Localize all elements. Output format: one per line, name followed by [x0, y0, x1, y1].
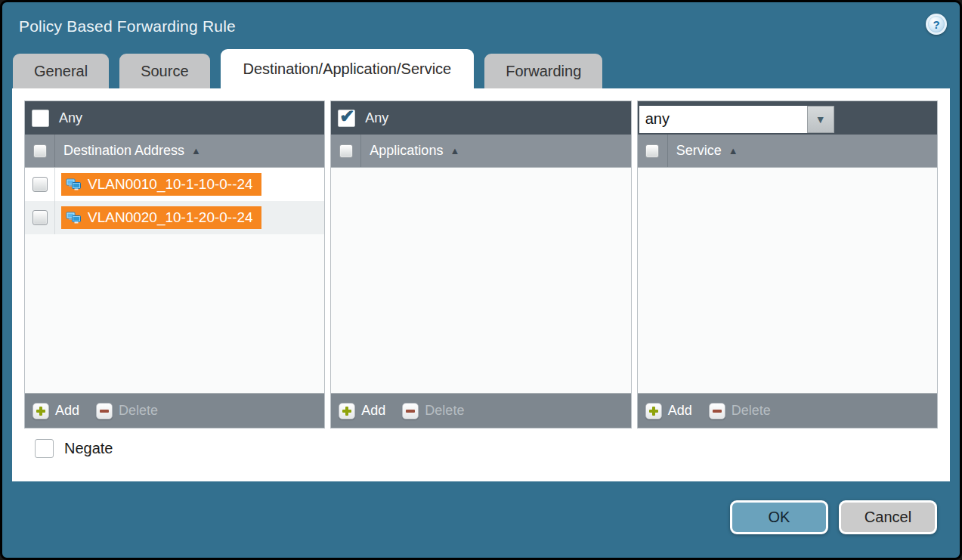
cancel-button[interactable]: Cancel	[839, 500, 937, 534]
applications-add-button[interactable]: Add	[339, 403, 385, 419]
sort-asc-icon[interactable]: ▲	[728, 145, 738, 156]
destination-row-checkbox[interactable]	[32, 177, 48, 192]
destination-toolbar: Add Delete	[25, 393, 324, 428]
service-list	[638, 168, 937, 393]
tab-content: Any Destination Address ▲	[12, 88, 950, 481]
applications-list	[331, 168, 630, 393]
sort-asc-icon[interactable]: ▲	[450, 145, 459, 156]
destination-address-label: VLAN0020_10-1-20-0--24	[88, 209, 253, 226]
service-column: ▼ Service ▲ Add	[637, 101, 938, 429]
ok-button[interactable]: OK	[730, 500, 828, 534]
service-select-all-cell	[638, 135, 668, 167]
destination-list: VLAN0010_10-1-10-0--24	[25, 168, 324, 393]
tab-destination-application-service[interactable]: Destination/Application/Service	[221, 49, 475, 88]
destination-any-bar: Any	[25, 101, 324, 135]
destination-header-label[interactable]: Destination Address	[63, 143, 184, 159]
add-icon	[645, 403, 662, 419]
help-icon[interactable]: ?	[926, 14, 947, 35]
address-object-icon	[66, 178, 82, 191]
dialog-title: Policy Based Forwarding Rule	[19, 17, 236, 36]
service-dropdown-button[interactable]: ▼	[807, 106, 834, 133]
negate-row: Negate	[35, 439, 938, 458]
service-dropdown-input[interactable]	[639, 106, 807, 133]
sort-asc-icon[interactable]: ▲	[191, 145, 201, 156]
service-add-button[interactable]: Add	[645, 403, 692, 419]
applications-any-bar: Any	[331, 101, 630, 135]
tab-source[interactable]: Source	[119, 54, 209, 88]
negate-label: Negate	[64, 440, 113, 457]
policy-based-forwarding-dialog: Policy Based Forwarding Rule ? General S…	[0, 0, 962, 560]
table-row: VLAN0020_10-1-20-0--24	[25, 201, 324, 234]
delete-icon	[709, 403, 725, 419]
delete-icon	[96, 403, 113, 419]
destination-any-checkbox[interactable]	[32, 110, 49, 127]
destination-column: Any Destination Address ▲	[24, 101, 325, 429]
applications-select-all-checkbox[interactable]	[339, 144, 353, 158]
destination-any-label: Any	[59, 110, 82, 126]
service-header: Service ▲	[638, 135, 937, 168]
applications-any-label: Any	[365, 110, 388, 126]
destination-header: Destination Address ▲	[25, 135, 324, 168]
service-delete-button[interactable]: Delete	[709, 403, 771, 419]
destination-address-chip[interactable]: VLAN0010_10-1-10-0--24	[61, 173, 261, 196]
applications-delete-button[interactable]: Delete	[402, 403, 464, 419]
service-dropdown-bar: ▼	[638, 101, 937, 135]
negate-checkbox[interactable]	[35, 439, 54, 458]
applications-select-all-cell	[331, 135, 361, 167]
applications-toolbar: Add Delete	[331, 393, 630, 428]
table-row: VLAN0010_10-1-10-0--24	[25, 168, 324, 201]
service-header-label[interactable]: Service	[676, 143, 722, 159]
applications-header-label[interactable]: Applications	[370, 143, 443, 159]
destination-add-button[interactable]: Add	[32, 403, 79, 419]
destination-delete-button[interactable]: Delete	[96, 403, 158, 419]
chevron-down-icon: ▼	[815, 113, 826, 125]
service-toolbar: Add Delete	[638, 393, 937, 428]
destination-select-all-checkbox[interactable]	[33, 144, 47, 158]
destination-address-chip[interactable]: VLAN0020_10-1-20-0--24	[61, 206, 261, 229]
address-object-icon	[66, 212, 82, 224]
add-icon	[32, 403, 49, 419]
destination-select-all-cell	[25, 135, 55, 167]
service-select-all-checkbox[interactable]	[645, 144, 659, 158]
add-icon	[339, 403, 355, 419]
tab-forwarding[interactable]: Forwarding	[484, 54, 602, 88]
destination-address-label: VLAN0010_10-1-10-0--24	[88, 176, 253, 193]
columns: Any Destination Address ▲	[24, 101, 938, 429]
destination-row-checkbox[interactable]	[32, 210, 48, 225]
delete-icon	[402, 403, 419, 419]
applications-any-checkbox[interactable]	[338, 110, 355, 127]
tab-general[interactable]: General	[13, 54, 109, 88]
tab-bar: General Source Destination/Application/S…	[2, 46, 960, 88]
applications-column: Any Applications ▲ Add	[330, 101, 631, 429]
applications-header: Applications ▲	[331, 135, 630, 168]
title-bar: Policy Based Forwarding Rule ?	[2, 2, 960, 46]
dialog-footer: OK Cancel	[2, 481, 960, 559]
